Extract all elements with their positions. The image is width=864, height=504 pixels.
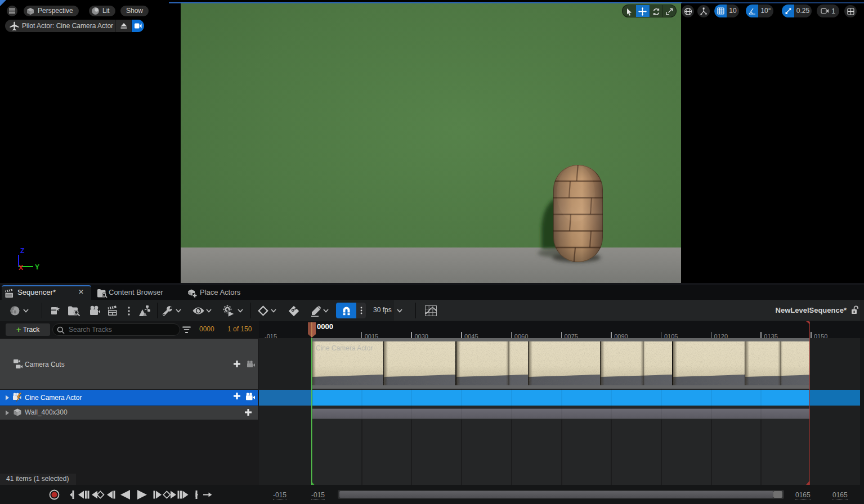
svg-text:Y: Y bbox=[35, 263, 39, 271]
svg-text:Z: Z bbox=[20, 247, 24, 255]
svg-text:X: X bbox=[19, 264, 23, 272]
